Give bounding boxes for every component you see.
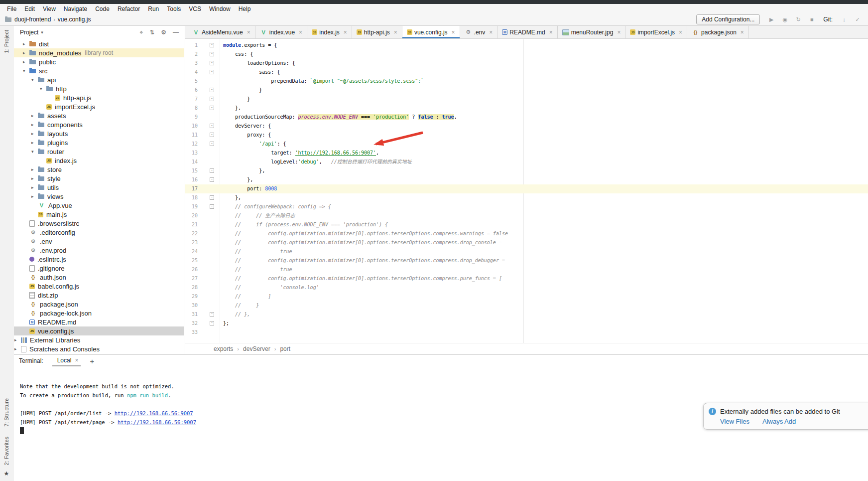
chevron-down-icon[interactable]: ▾	[31, 77, 38, 82]
close-icon[interactable]: ×	[617, 29, 620, 35]
new-terminal-button[interactable]: +	[90, 357, 94, 365]
tree-item-http-api-js[interactable]: JShttp-api.js	[14, 93, 184, 102]
project-panel-title[interactable]: Project	[20, 29, 38, 36]
tool-button-7-structure[interactable]: 7: Structure	[3, 398, 9, 427]
menu-item-refactor[interactable]: Refactor	[114, 5, 144, 12]
fold-icon[interactable]: -	[210, 321, 214, 325]
code-line-17[interactable]: 17 port: 8008	[185, 184, 868, 193]
tree-item-external-libraries[interactable]: ▸External Libraries	[14, 335, 184, 344]
notification-action-always-add[interactable]: Always Add	[762, 418, 796, 425]
code-line-12[interactable]: 12- '/api': {	[185, 140, 868, 149]
fold-icon[interactable]: -	[210, 142, 214, 146]
code-line-4[interactable]: 4- sass: {	[185, 68, 868, 77]
tree-item-store[interactable]: ▸store	[14, 165, 184, 174]
run-icon[interactable]: ▶	[768, 16, 775, 23]
chevron-down-icon[interactable]: ▾	[31, 149, 38, 154]
tree-item-views[interactable]: ▸views	[14, 192, 184, 201]
tree-item-babel-config-js[interactable]: JSbabel.config.js	[14, 282, 184, 291]
fold-icon[interactable]: -	[210, 124, 214, 128]
settings-icon[interactable]: ⚙	[161, 29, 166, 36]
debug-icon[interactable]: ◉	[781, 16, 788, 23]
git-label[interactable]: Git:	[823, 16, 833, 23]
code-line-10[interactable]: 10- devServer: {	[185, 122, 868, 131]
tab-package-json[interactable]: {}package.json×	[687, 26, 749, 38]
code-line-18[interactable]: 18- },	[185, 193, 868, 202]
chevron-right-icon[interactable]: ▸	[23, 59, 29, 64]
chevron-right-icon[interactable]: ▸	[14, 337, 21, 342]
tree-item-editorconfig[interactable]: ⚙.editorconfig	[14, 228, 184, 237]
chevron-right-icon[interactable]: ▸	[31, 185, 38, 190]
add-configuration-button[interactable]: Add Configuration...	[696, 14, 760, 24]
tree-item-auth-json[interactable]: {}auth.json	[14, 273, 184, 282]
tree-item-browserslistrc[interactable]: .browserslistrc	[14, 219, 184, 228]
chevron-right-icon[interactable]: ▸	[31, 194, 38, 199]
code-line-9[interactable]: 9 productionSourceMap: process.env.NODE_…	[185, 113, 868, 122]
close-icon[interactable]: ×	[679, 29, 682, 35]
chevron-right-icon[interactable]: ▸	[31, 113, 38, 118]
fold-icon[interactable]: -	[210, 88, 214, 92]
menu-item-window[interactable]: Window	[205, 5, 235, 12]
tree-item-readme-md[interactable]: MREADME.md	[14, 318, 184, 326]
breadcrumb-devserver[interactable]: devServer	[243, 345, 270, 352]
code-line-26[interactable]: 26 // true	[185, 265, 868, 274]
tab-index-vue[interactable]: Vindex.vue×	[255, 26, 307, 38]
menu-item-view[interactable]: View	[39, 5, 60, 12]
tree-item-assets[interactable]: ▸assets	[14, 111, 184, 120]
tree-item-index-js[interactable]: JSindex.js	[14, 156, 184, 165]
stop-icon[interactable]: ■	[808, 16, 815, 22]
fold-icon[interactable]: -	[210, 106, 214, 110]
chevron-right-icon[interactable]: ▸	[14, 346, 21, 351]
code-line-21[interactable]: 21 // if (process.env.NODE_ENV === 'prod…	[185, 220, 868, 229]
tree-item-router[interactable]: ▾router	[14, 147, 184, 156]
code-line-22[interactable]: 22 // config.optimization.minimizer[0].o…	[185, 229, 868, 238]
tree-item-node-modules[interactable]: ▸node_moduleslibrary root	[14, 48, 184, 57]
fold-icon[interactable]: -	[210, 312, 214, 317]
breadcrumb-exports[interactable]: exports	[214, 345, 233, 352]
terminal-link[interactable]: http://192.168.66.56:9007	[115, 410, 193, 416]
tree-item-style[interactable]: ▸style	[14, 174, 184, 183]
terminal-tab-local[interactable]: Local ×	[52, 355, 81, 366]
fold-icon[interactable]: -	[210, 168, 214, 173]
tab-http-api-js[interactable]: JShttp-api.js×	[352, 26, 402, 38]
code-line-13[interactable]: 13 target: 'http://192.168.66.56:9007',	[185, 149, 868, 158]
tree-item-dist[interactable]: ▸dist	[14, 39, 184, 48]
code-line-31[interactable]: 31- // },	[185, 310, 868, 319]
code-line-14[interactable]: 14 logLevel:'debug', //控制台终端打印代理前的真实地址	[185, 158, 868, 166]
fold-icon[interactable]: -	[210, 97, 214, 101]
code-line-1[interactable]: 1-module.exports = {	[185, 41, 868, 50]
hide-panel-icon[interactable]: —	[173, 29, 179, 36]
tree-item-plugins[interactable]: ▸plugins	[14, 138, 184, 147]
vcs-commit-icon[interactable]: ✓	[854, 16, 861, 23]
fold-icon[interactable]: -	[210, 70, 214, 74]
tree-item-eslintrc-js[interactable]: .eslintrc.js	[14, 255, 184, 264]
code-line-2[interactable]: 2- css: {	[185, 50, 868, 59]
tool-button-1-project[interactable]: 1: Project	[3, 30, 9, 53]
tree-item-vue-config-js[interactable]: JSvue.config.js	[14, 326, 184, 335]
tree-item-dist-zip[interactable]: dist.zip	[14, 291, 184, 300]
code-line-16[interactable]: 16- },	[185, 175, 868, 184]
fold-icon[interactable]: -	[210, 204, 214, 209]
close-icon[interactable]: ×	[394, 29, 397, 35]
close-icon[interactable]: ×	[452, 29, 455, 35]
terminal-link[interactable]: http://192.168.66.56:9007	[118, 419, 196, 425]
tree-item-env[interactable]: ⚙.env	[14, 237, 184, 246]
fold-icon[interactable]: -	[210, 195, 214, 200]
chevron-right-icon[interactable]: ▸	[23, 41, 29, 46]
fold-icon[interactable]: -	[210, 43, 214, 47]
code-line-5[interactable]: 5 prependData: `@import "~@/assets/scss/…	[185, 77, 868, 86]
menu-item-tools[interactable]: Tools	[163, 5, 185, 12]
code-line-25[interactable]: 25 // config.optimization.minimizer[0].o…	[185, 256, 868, 265]
chevron-right-icon[interactable]: ▸	[31, 167, 38, 172]
coverage-icon[interactable]: ↻	[795, 16, 802, 23]
code-line-32[interactable]: 32-};	[185, 319, 868, 328]
collapse-all-icon[interactable]: ⇅	[149, 29, 154, 36]
tree-item-package-lock-json[interactable]: {}package-lock.json	[14, 309, 184, 318]
close-icon[interactable]: ×	[344, 29, 347, 35]
chevron-right-icon[interactable]: ▸	[31, 176, 38, 181]
tab-menurouter-jpg[interactable]: menuRouter.jpg×	[558, 26, 626, 38]
chevron-right-icon[interactable]: ▸	[31, 122, 38, 127]
code-line-30[interactable]: 30 // }	[185, 301, 868, 310]
locate-icon[interactable]: ⌖	[139, 29, 143, 36]
fold-icon[interactable]: -	[210, 133, 214, 137]
tree-item-env-prod[interactable]: ⚙.env.prod	[14, 246, 184, 255]
